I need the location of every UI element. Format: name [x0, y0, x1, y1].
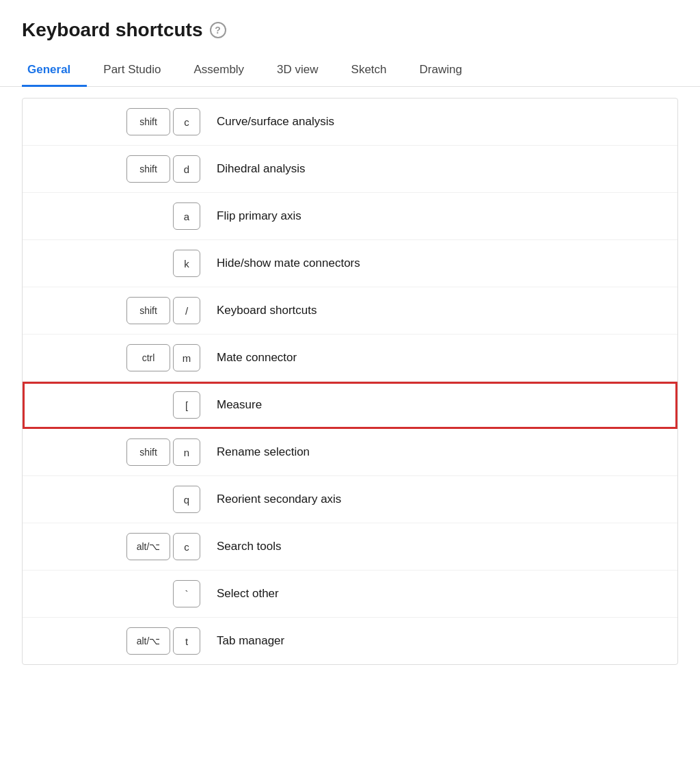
shortcut-label: Reorient secondary axis — [217, 493, 341, 506]
shortcut-label: Search tools — [217, 540, 282, 553]
tab-3d-view[interactable]: 3D view — [260, 55, 334, 87]
shortcut-row-dihedral: shiftdDihedral analysis — [23, 146, 677, 193]
shortcut-label: Rename selection — [217, 445, 310, 459]
shortcut-key: k — [173, 250, 200, 277]
tab-part-studio[interactable]: Part Studio — [87, 55, 177, 87]
key-group-curve-surface: shiftc — [50, 108, 200, 135]
shortcut-key: / — [173, 297, 200, 324]
shortcut-row-keyboard-shortcuts: shift/Keyboard shortcuts — [23, 287, 677, 335]
shortcuts-table: shiftcCurve/surface analysisshiftdDihedr… — [22, 98, 678, 665]
shortcut-key: d — [173, 155, 200, 183]
key-group-rename-selection: shiftn — [50, 438, 200, 466]
shortcut-label: Dihedral analysis — [217, 162, 305, 176]
shortcut-label: Curve/surface analysis — [217, 115, 334, 129]
shortcut-key: m — [173, 344, 200, 371]
title-row: Keyboard shortcuts ? — [22, 19, 678, 41]
key-group-tab-manager: alt/⌥t — [50, 627, 200, 655]
shortcut-label: Tab manager — [217, 634, 284, 648]
key-group-hide-show-mate: k — [50, 250, 200, 277]
shortcut-row-mate-connector: ctrlmMate connector — [23, 335, 677, 382]
shortcut-label: Hide/show mate connectors — [217, 257, 360, 270]
shortcut-row-hide-show-mate: kHide/show mate connectors — [23, 240, 677, 287]
key-group-dihedral: shiftd — [50, 155, 200, 183]
shortcut-label: Flip primary axis — [217, 209, 301, 223]
shortcut-key: [ — [173, 391, 200, 419]
key-group-keyboard-shortcuts: shift/ — [50, 297, 200, 324]
key-group-mate-connector: ctrlm — [50, 344, 200, 371]
modifier-key: shift — [126, 108, 170, 135]
key-group-reorient-secondary: q — [50, 486, 200, 513]
key-group-search-tools: alt/⌥c — [50, 533, 200, 560]
shortcut-label: Keyboard shortcuts — [217, 304, 317, 317]
shortcut-key: a — [173, 202, 200, 230]
tab-general[interactable]: General — [22, 55, 87, 87]
content-area: shiftcCurve/surface analysisshiftdDihedr… — [0, 98, 700, 687]
shortcut-key: t — [173, 627, 200, 655]
modifier-key: ctrl — [126, 344, 170, 371]
shortcut-row-reorient-secondary: qReorient secondary axis — [23, 476, 677, 523]
shortcut-row-curve-surface: shiftcCurve/surface analysis — [23, 99, 677, 146]
page-title: Keyboard shortcuts — [22, 19, 203, 41]
shortcut-label: Select other — [217, 587, 279, 601]
key-group-flip-primary: a — [50, 202, 200, 230]
modifier-key: shift — [126, 438, 170, 466]
key-group-select-other: ` — [50, 580, 200, 607]
tabs-container: GeneralPart StudioAssembly3D viewSketchD… — [22, 55, 678, 86]
shortcut-row-tab-manager: alt/⌥tTab manager — [23, 618, 677, 664]
shortcut-row-select-other: `Select other — [23, 571, 677, 618]
tab-sketch[interactable]: Sketch — [335, 55, 403, 87]
tab-drawing[interactable]: Drawing — [403, 55, 479, 87]
shortcut-key: c — [173, 533, 200, 560]
shortcut-key: c — [173, 108, 200, 135]
shortcut-key: q — [173, 486, 200, 513]
modifier-key: alt/⌥ — [126, 627, 170, 655]
shortcut-row-flip-primary: aFlip primary axis — [23, 193, 677, 240]
key-group-measure: [ — [50, 391, 200, 419]
shortcut-label: Measure — [217, 398, 262, 412]
shortcut-label: Mate connector — [217, 351, 297, 365]
shortcut-key: n — [173, 438, 200, 466]
shortcut-row-search-tools: alt/⌥cSearch tools — [23, 523, 677, 571]
shortcut-row-measure: [Measure — [23, 382, 677, 429]
modifier-key: shift — [126, 155, 170, 183]
page-header: Keyboard shortcuts ? GeneralPart StudioA… — [0, 0, 700, 87]
shortcut-key: ` — [173, 580, 200, 607]
shortcut-row-rename-selection: shiftnRename selection — [23, 429, 677, 476]
tab-assembly[interactable]: Assembly — [177, 55, 260, 87]
modifier-key: shift — [126, 297, 170, 324]
modifier-key: alt/⌥ — [126, 533, 170, 560]
help-icon[interactable]: ? — [210, 22, 226, 38]
